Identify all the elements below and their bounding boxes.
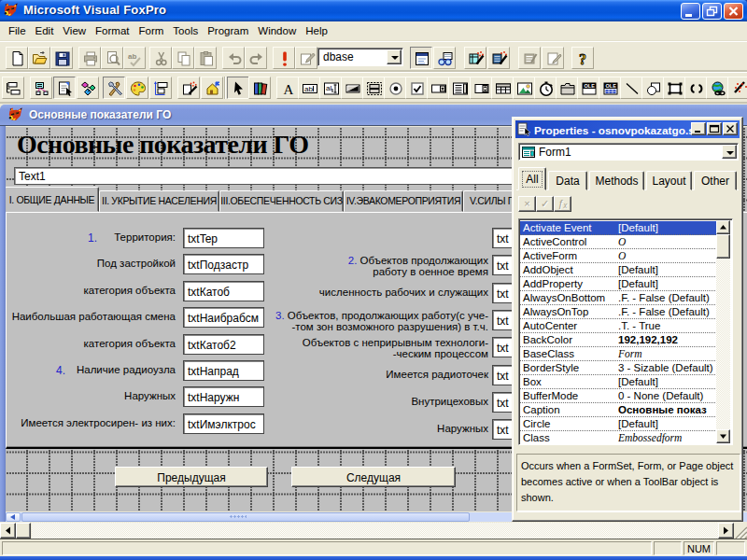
close-button[interactable] [724, 3, 743, 20]
menu-program[interactable]: Program [203, 22, 253, 40]
color-palette-icon[interactable] [126, 77, 148, 99]
report-wizard-icon[interactable] [487, 47, 510, 69]
menu-file[interactable]: File [4, 22, 31, 40]
label-icon[interactable]: A [276, 77, 299, 99]
cut-icon[interactable] [149, 47, 172, 69]
properties-tab-other[interactable]: Other [694, 171, 737, 190]
menu-help[interactable]: Help [301, 22, 332, 40]
checkbox-icon[interactable] [405, 77, 428, 99]
property-row-borderstyle[interactable]: BorderStyle 3 - Sizable (Default) [520, 361, 717, 375]
new-icon[interactable] [6, 47, 28, 69]
image-icon[interactable] [513, 77, 535, 99]
separator-icon[interactable] [684, 77, 707, 99]
print-preview-icon[interactable] [101, 47, 123, 69]
open-icon[interactable] [28, 47, 50, 69]
properties-tab-data[interactable]: Data [548, 171, 587, 190]
form-heading-label[interactable]: Основные показатели ГО [17, 130, 308, 160]
form-scroll-left-button[interactable] [6, 512, 21, 522]
menu-edit[interactable]: Edit [31, 22, 59, 40]
object-selector-dropdown[interactable] [722, 145, 737, 159]
menu-view[interactable]: View [58, 22, 91, 40]
property-row-caption[interactable]: Caption Основные показ [520, 403, 717, 417]
view-classes-icon[interactable] [248, 77, 271, 99]
paste-icon[interactable] [194, 47, 217, 69]
copy-icon[interactable] [172, 47, 194, 69]
properties-maximize-button[interactable] [707, 122, 722, 135]
properties-titlebar[interactable]: Properties - osnovpokazatgo.sc [515, 120, 740, 138]
property-row-circle[interactable]: Circle [Default] [520, 417, 717, 431]
resize-grip[interactable] [734, 523, 747, 539]
save-icon[interactable] [50, 47, 73, 69]
run-icon[interactable] [273, 47, 295, 69]
properties-function-button[interactable]: ƒₓ [554, 196, 571, 212]
property-row-alwaysontop[interactable]: AlwaysOnTop .F. - False (Default) [520, 305, 717, 319]
property-row-activate-event[interactable]: Activate Event [Default] [520, 221, 717, 235]
pageframe-icon[interactable] [556, 77, 578, 99]
grid-icon[interactable] [491, 77, 514, 99]
properties-window-icon[interactable] [53, 77, 76, 99]
restore-button[interactable] [702, 3, 722, 20]
properties-cancel-button[interactable]: × [518, 196, 536, 212]
field-textbox-left-7[interactable]: txtНаружн [183, 386, 264, 407]
scroll-track[interactable] [32, 523, 718, 539]
ole-bound-icon[interactable]: OLE [599, 77, 621, 99]
container-icon[interactable] [663, 77, 685, 99]
property-row-baseclass[interactable]: BaseClass Form [520, 347, 717, 361]
property-grid-scrollbar[interactable] [716, 220, 731, 443]
tab-order-icon[interactable] [2, 77, 24, 99]
next-button[interactable]: Следущая [291, 467, 456, 487]
database-combo-dropdown[interactable] [387, 49, 402, 64]
scroll-right-button[interactable] [718, 523, 734, 539]
object-selector-combo[interactable]: Form1 [518, 143, 739, 161]
property-row-autocenter[interactable]: AutoCenter .T. - True [520, 319, 717, 333]
menu-window[interactable]: Window [253, 22, 301, 40]
form-wizard-icon[interactable] [464, 47, 486, 69]
form-tab-2[interactable]: II. УКРЫТИЕ НАСЕЛЕНИЯ [99, 190, 219, 212]
field-textbox-left-1[interactable]: txtTep [183, 228, 264, 248]
field-textbox-left-2[interactable]: txtПодзастр [183, 254, 264, 274]
undo-icon[interactable] [222, 47, 245, 69]
redo-icon[interactable] [245, 47, 267, 69]
form-controls-toolbar-icon[interactable] [103, 77, 125, 99]
client-horizontal-scrollbar[interactable] [0, 523, 734, 539]
properties-tab-layout[interactable]: Layout [646, 171, 692, 190]
spinner-icon[interactable] [470, 77, 492, 99]
data-session-icon[interactable] [433, 47, 456, 69]
code-window-icon[interactable] [77, 77, 99, 99]
properties-tab-all[interactable]: All [518, 167, 546, 190]
command-button-icon[interactable] [341, 77, 363, 99]
properties-close-button[interactable] [723, 122, 738, 135]
grid-scroll-track[interactable] [716, 259, 730, 429]
field-textbox-left-6[interactable]: txtНапрад [183, 360, 264, 381]
property-row-activecontrol[interactable]: ActiveControl O [520, 235, 717, 249]
properties-tab-methods[interactable]: Methods [589, 171, 644, 190]
option-group-icon[interactable] [384, 77, 406, 99]
grid-scroll-up-button[interactable] [716, 220, 730, 234]
builder-lock-icon[interactable] [727, 77, 747, 99]
listbox-icon[interactable] [448, 77, 471, 99]
database-combo[interactable]: dbase [317, 48, 403, 66]
property-row-addproperty[interactable]: AddProperty [Default] [520, 277, 717, 291]
ole-container-icon[interactable]: OLE [577, 77, 599, 99]
form-tab-4[interactable]: IV.ЭВАКОМЕРОПРИЯТИЯ [344, 190, 463, 212]
component-gallery-icon[interactable] [518, 47, 541, 69]
layout-toolbar-icon[interactable] [149, 77, 172, 99]
field-textbox-left-4[interactable]: txtНаибрабсм [183, 307, 264, 328]
property-row-alwaysonbottom[interactable]: AlwaysOnBottom .F. - False (Default) [520, 291, 717, 305]
property-row-addobject[interactable]: AddObject [Default] [520, 263, 717, 277]
grid-scroll-thumb[interactable] [716, 234, 730, 259]
command-group-icon[interactable] [362, 77, 385, 99]
properties-minimize-button[interactable] [691, 122, 706, 135]
scroll-thumb[interactable] [16, 523, 31, 539]
hyperlink-icon[interactable] [706, 77, 728, 99]
form-builder-icon[interactable] [177, 77, 200, 99]
timer-icon[interactable] [534, 77, 557, 99]
form-tab-3[interactable]: III.ОБЕСПЕЧЕННОСТЬ СИЗ [219, 190, 344, 212]
select-objects-icon[interactable] [227, 77, 249, 99]
print-icon[interactable] [78, 47, 101, 69]
data-environment-icon[interactable] [30, 77, 52, 99]
menu-format[interactable]: Format [91, 22, 134, 40]
property-row-buffermode[interactable]: BufferMode 0 - None (Default) [520, 389, 717, 403]
minimize-button[interactable] [681, 3, 700, 20]
grid-scroll-down-button[interactable] [716, 429, 730, 443]
